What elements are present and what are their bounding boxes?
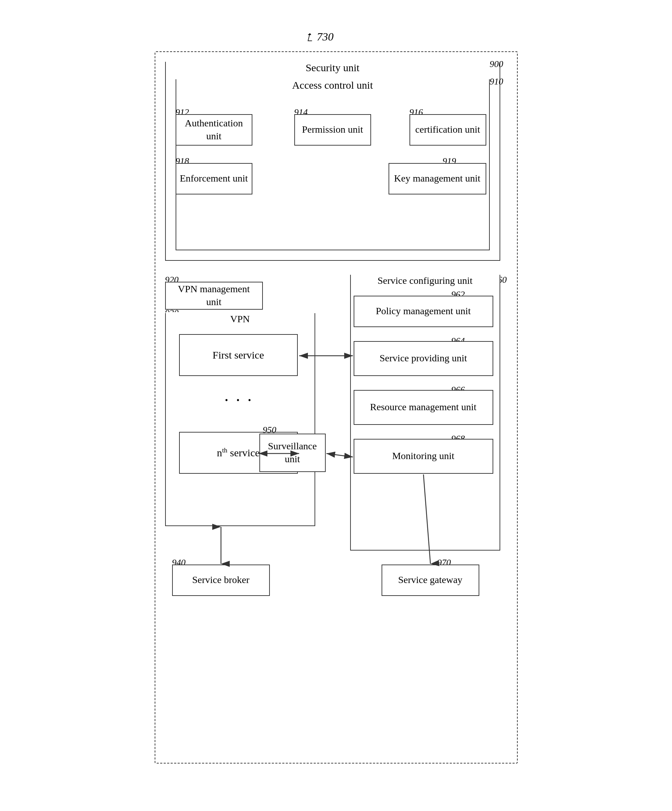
page: ⮤ 730 Security unit 900 Access control u… [0, 0, 672, 811]
spu-unit-box: Service providing unit [354, 341, 493, 376]
nth-label: nth service [217, 446, 260, 460]
label-730: ⮤ 730 [305, 31, 334, 43]
security-unit-label: Security unit [166, 61, 499, 75]
diagram-container: ⮤ 730 Security unit 900 Access control u… [144, 31, 528, 781]
auth-unit-box: Authentication unit [176, 114, 253, 146]
service-gateway-box: Service gateway [382, 565, 479, 596]
vpn-mgmt-unit-box: VPN management unit [165, 282, 263, 310]
service-config-label: Service configuring unit [351, 274, 499, 288]
perm-unit-box: Permission unit [294, 114, 371, 146]
dots: · · · [224, 390, 253, 410]
monitoring-unit-box: Monitoring unit [354, 439, 493, 474]
enforce-unit-box: Enforcement unit [176, 163, 253, 195]
first-service-box: First service [179, 334, 298, 376]
cert-unit-box: certification unit [409, 114, 486, 146]
service-broker-box: Service broker [172, 565, 270, 596]
vpn-box-label: VPN [166, 312, 314, 326]
access-control-label: Access control unit [176, 78, 489, 92]
policy-unit-box: Policy management unit [354, 296, 493, 327]
label-910: 910 [490, 76, 503, 87]
surveillance-unit-box: Surveillance unit [260, 434, 326, 472]
key-unit-box: Key management unit [389, 163, 486, 195]
label-900: 900 [490, 59, 503, 70]
resource-unit-box: Resource management unit [354, 390, 493, 425]
